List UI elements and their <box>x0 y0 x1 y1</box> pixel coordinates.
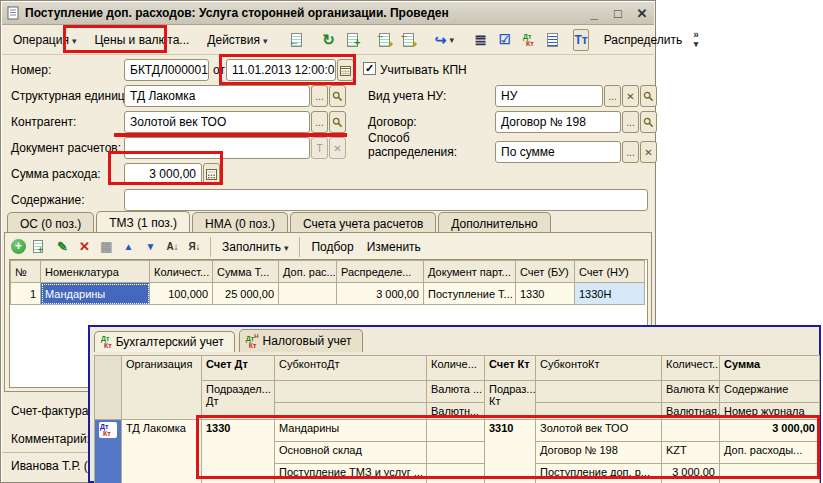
dt-kt-postings-icon[interactable]: ДтКт <box>517 29 539 51</box>
distribute-button[interactable]: Распределить <box>595 29 692 51</box>
col-header[interactable]: Счет Дт <box>202 356 275 381</box>
cell-sum[interactable]: 25 000,00 <box>213 283 279 305</box>
delete-row-icon[interactable]: ✕ <box>75 237 94 256</box>
ellipsis-button[interactable]: ... <box>622 141 639 163</box>
cell-content[interactable]: Доп. расходы... <box>720 442 820 464</box>
close-icon[interactable]: ✕ <box>634 6 650 21</box>
sort-desc-icon[interactable]: Я↓ <box>185 237 204 256</box>
col-header[interactable]: Содержание <box>720 381 820 403</box>
ellipsis-button[interactable]: ... <box>311 111 328 133</box>
tab-nma[interactable]: НМА (0 поз.) <box>192 212 288 234</box>
cell-debit-qty-3[interactable] <box>427 464 485 483</box>
ellipsis-button[interactable]: ... <box>622 111 639 133</box>
refresh-icon[interactable]: ↻ <box>317 29 339 51</box>
cell-debit-qty-1[interactable] <box>427 420 485 442</box>
cell-credit-currency[interactable]: KZT <box>662 442 720 464</box>
contract-input[interactable]: Договор № 198 <box>495 111 621 133</box>
cell-credit-subconto-3[interactable]: Поступление доп. р... <box>536 464 662 483</box>
cell-quantity[interactable]: 100,000 <box>150 283 213 305</box>
col-header[interactable]: Документ парт... <box>424 261 516 283</box>
content-input[interactable] <box>124 189 648 211</box>
list-settings-icon[interactable]: ≣ <box>469 29 491 51</box>
col-header[interactable]: Сумма <box>720 356 820 381</box>
posting-selector-cell[interactable]: ДтКт <box>95 420 122 483</box>
col-header[interactable]: Счет Кт <box>485 356 536 381</box>
cell-batch-doc[interactable]: Поступление Т... <box>424 283 516 305</box>
col-header[interactable]: № <box>11 261 41 283</box>
col-header[interactable]: Счет (НУ) <box>575 261 645 283</box>
col-header[interactable]: Распределе... <box>337 261 424 283</box>
go-to-icon[interactable]: ↪▾ <box>429 29 459 51</box>
cell-sum[interactable]: 3 000,00 <box>720 420 820 442</box>
cell-debit-account[interactable]: 1330 <box>202 420 275 483</box>
col-header[interactable]: Валюта ... <box>427 381 485 403</box>
tab-settlement-accounts[interactable]: Счета учета расчетов <box>290 212 436 234</box>
clear-icon[interactable]: ✕ <box>640 141 657 163</box>
col-header[interactable]: Номер журнала <box>720 403 820 420</box>
clear-icon[interactable]: ✕ <box>329 137 346 159</box>
edit-row-icon[interactable]: ✎ <box>53 237 72 256</box>
col-header[interactable]: Подраздел... Дт <box>202 381 275 420</box>
actions-menu-button[interactable]: Действия▾ <box>199 29 275 51</box>
calendar-icon[interactable] <box>337 59 354 81</box>
move-up-icon[interactable]: ▲ <box>119 237 138 256</box>
tab-additional[interactable]: Дополнительно <box>438 212 550 234</box>
check-rows-icon[interactable]: ☑ <box>493 29 515 51</box>
magnifier-icon[interactable] <box>640 111 657 133</box>
tab-os[interactable]: ОС (0 поз.) <box>7 212 94 234</box>
cell-account-bu[interactable]: 1330 <box>516 283 575 305</box>
col-header[interactable]: Количе... <box>427 356 485 381</box>
number-input[interactable]: БКТДЛ000001 <box>124 59 209 81</box>
cell-debit-subconto-2[interactable]: Основной склад <box>275 442 427 464</box>
date-input[interactable]: 11.01.2013 12:00:01 <box>226 59 336 81</box>
cell-credit-account[interactable]: 3310 <box>485 420 536 483</box>
cell-add-expense[interactable] <box>279 283 337 305</box>
cell-debit-subconto-3[interactable]: Поступление ТМЗ и услуг ... <box>275 464 427 483</box>
change-button[interactable]: Изменить <box>362 238 426 256</box>
col-header[interactable]: Подраз... Кт <box>485 381 536 420</box>
expense-amount-input[interactable]: 3 000,00 <box>124 163 202 185</box>
clear-icon[interactable]: ✕ <box>622 85 639 107</box>
maximize-icon[interactable]: □ <box>610 6 626 21</box>
magnifier-icon[interactable] <box>329 85 346 107</box>
add-row-icon[interactable]: + <box>9 237 28 256</box>
type-button[interactable]: T <box>311 137 328 159</box>
magnifier-icon[interactable] <box>640 85 657 107</box>
text-settings-icon[interactable]: Тт <box>573 29 588 51</box>
copy-document-icon[interactable]: + <box>341 29 363 51</box>
col-header[interactable]: СубконтоДт <box>275 356 427 381</box>
cell-credit-subconto-1[interactable]: Золотой век ТОО <box>536 420 662 442</box>
col-header[interactable]: Доп. рас... <box>279 261 337 283</box>
col-header[interactable]: Счет (БУ) <box>516 261 575 283</box>
cell-journal-number[interactable] <box>720 464 820 483</box>
col-header[interactable]: СубконтоКт <box>536 356 662 381</box>
kpn-checkbox[interactable]: ✓ <box>363 62 376 75</box>
copy-row-icon[interactable]: + <box>31 237 50 256</box>
cell-debit-qty-2[interactable] <box>427 442 485 464</box>
unpost-document-icon[interactable]: ●← <box>397 29 419 51</box>
cell-organization[interactable]: ТД Лакомка <box>122 420 202 483</box>
calculator-icon[interactable] <box>203 163 220 185</box>
prices-currency-button[interactable]: Цены и валюта... <box>86 29 197 51</box>
save-icon[interactable]: ▦ <box>97 237 116 256</box>
operation-menu-button[interactable]: Операция▾ <box>5 29 84 51</box>
pick-button[interactable]: Подбор <box>306 238 358 256</box>
distribution-method-input[interactable]: По сумме <box>495 141 621 163</box>
tab-tax-accounting[interactable]: ДтНКт Налоговый учет <box>239 329 363 352</box>
col-header[interactable]: Сумма Т... <box>213 261 279 283</box>
cell-credit-currency-amount[interactable]: 3 000,00 <box>662 464 720 483</box>
cell-nomenclature[interactable]: Мандарины <box>41 283 150 305</box>
col-header[interactable]: Валютная... <box>662 403 720 420</box>
cell-account-nu[interactable]: 1330Н <box>575 283 645 305</box>
col-header[interactable]: Валюта Кт <box>662 381 720 403</box>
post-and-close-icon[interactable]: ← <box>285 29 307 51</box>
col-header[interactable]: Количест... <box>150 261 213 283</box>
table-row[interactable]: 1 Мандарины 100,000 25 000,00 3 000,00 П… <box>11 283 645 305</box>
ellipsis-button[interactable]: ... <box>311 85 328 107</box>
sort-asc-icon[interactable]: А↓ <box>163 237 182 256</box>
col-header[interactable]: Организация <box>122 356 202 420</box>
col-header[interactable]: Количест... <box>662 356 720 381</box>
counterparty-input[interactable]: Золотой век ТОО <box>124 111 310 133</box>
col-header[interactable]: Номенклатура <box>41 261 150 283</box>
post-document-icon[interactable]: ●→ <box>373 29 395 51</box>
